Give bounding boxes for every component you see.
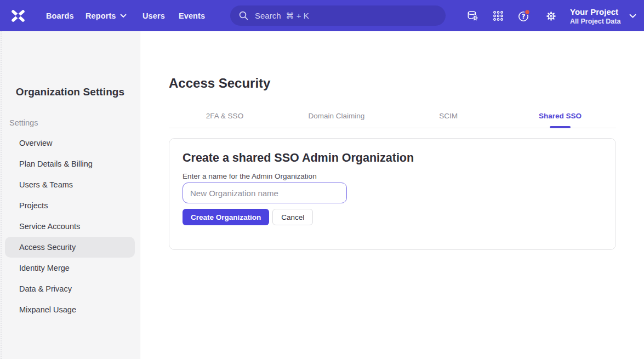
chevron-down-icon xyxy=(629,14,636,19)
sidebar-item-plan-details-billing[interactable]: Plan Details & Billing xyxy=(0,153,140,174)
sidebar-item-data-privacy[interactable]: Data & Privacy xyxy=(0,278,140,299)
sidebar-nav: Overview Plan Details & Billing Users & … xyxy=(0,133,140,320)
nav-item-label: Users xyxy=(143,12,165,20)
sidebar-item-mixpanel-usage[interactable]: Mixpanel Usage xyxy=(0,299,140,320)
grid-dots-icon xyxy=(492,10,504,22)
cancel-button[interactable]: Cancel xyxy=(272,209,313,225)
sidebar-item-users-teams[interactable]: Users & Teams xyxy=(0,174,140,195)
help-button[interactable]: ? xyxy=(516,7,533,25)
sidebar-section-label: Settings xyxy=(9,118,38,127)
mixpanel-logo-icon[interactable] xyxy=(10,9,26,22)
project-scope: All Project Data xyxy=(570,17,620,26)
project-name: Your Project xyxy=(570,7,620,17)
sidebar-title: Organization Settings xyxy=(0,86,140,98)
org-name-field-label: Enter a name for the Admin Organization xyxy=(183,172,317,180)
tab-shared-sso[interactable]: Shared SSO xyxy=(504,104,616,128)
settings-button[interactable] xyxy=(542,7,560,25)
card-actions: Create Organization Cancel xyxy=(183,209,313,225)
nav-item-label: Boards xyxy=(46,12,74,20)
search-placeholder: Search xyxy=(255,11,281,20)
search-shortcut-hint: ⌘ + K xyxy=(286,11,309,21)
sidebar-item-overview[interactable]: Overview xyxy=(0,133,140,153)
card-title: Create a shared SSO Admin Organization xyxy=(183,151,414,165)
main-content: Access Security 2FA & SSO Domain Claimin… xyxy=(140,31,644,359)
tab-scim[interactable]: SCIM xyxy=(392,104,504,128)
sidebar-item-access-security[interactable]: Access Security xyxy=(5,237,135,258)
global-search-input[interactable]: Search ⌘ + K xyxy=(230,5,446,26)
search-icon xyxy=(238,10,249,21)
nav-item-boards[interactable]: Boards xyxy=(46,0,74,31)
database-gear-icon xyxy=(466,10,479,22)
data-management-button[interactable] xyxy=(464,7,481,25)
apps-grid-button[interactable] xyxy=(489,7,507,25)
app-root: Boards Reports Users Events Search ⌘ + K xyxy=(0,0,644,359)
gear-icon xyxy=(545,10,557,22)
tab-2fa-sso[interactable]: 2FA & SSO xyxy=(169,104,281,128)
nav-item-users[interactable]: Users xyxy=(143,0,165,31)
settings-sidebar: Organization Settings Settings Overview … xyxy=(0,31,140,359)
tab-domain-claiming[interactable]: Domain Claiming xyxy=(281,104,392,128)
sidebar-item-service-accounts[interactable]: Service Accounts xyxy=(0,216,140,237)
org-name-input[interactable] xyxy=(183,183,347,203)
create-organization-button[interactable]: Create Organization xyxy=(183,209,269,225)
help-icon: ? xyxy=(517,9,532,23)
nav-item-events[interactable]: Events xyxy=(179,0,205,31)
svg-text:?: ? xyxy=(522,13,526,20)
notification-badge xyxy=(525,10,530,15)
chevron-down-icon xyxy=(120,14,127,18)
nav-item-label: Reports xyxy=(86,12,116,20)
sidebar-item-projects[interactable]: Projects xyxy=(0,195,140,216)
create-shared-sso-card: Create a shared SSO Admin Organization E… xyxy=(169,138,616,250)
project-selector[interactable]: Your Project All Project Data xyxy=(570,5,636,27)
tab-bar: 2FA & SSO Domain Claiming SCIM Shared SS… xyxy=(169,104,616,128)
nav-item-label: Events xyxy=(179,12,205,20)
top-navbar: Boards Reports Users Events Search ⌘ + K xyxy=(0,0,644,31)
page-title: Access Security xyxy=(169,76,270,91)
sidebar-item-identity-merge[interactable]: Identity Merge xyxy=(0,258,140,278)
nav-item-reports[interactable]: Reports xyxy=(86,0,127,31)
